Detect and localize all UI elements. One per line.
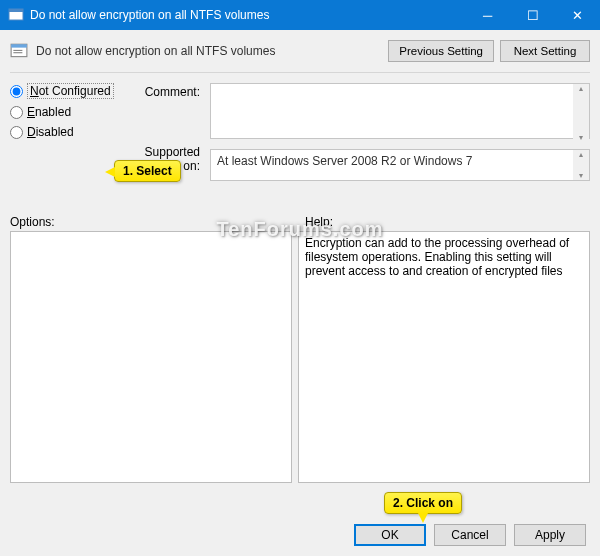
next-setting-button[interactable]: Next Setting — [500, 40, 590, 62]
window-title: Do not allow encryption on all NTFS volu… — [30, 8, 465, 22]
options-label: Options: — [10, 215, 295, 229]
gpedit-icon — [8, 7, 24, 23]
comment-label: Comment: — [130, 85, 200, 145]
help-label: Help: — [305, 215, 333, 229]
help-pane: Encryption can add to the processing ove… — [298, 231, 590, 483]
apply-button[interactable]: Apply — [514, 524, 586, 546]
scrollbar[interactable]: ▴▾ — [573, 84, 589, 142]
policy-icon — [10, 42, 28, 60]
previous-setting-button[interactable]: Previous Setting — [388, 40, 494, 62]
supported-on-text: At least Windows Server 2008 R2 or Windo… — [217, 154, 472, 168]
dialog-buttons: OK Cancel Apply — [354, 524, 586, 546]
maximize-button[interactable]: ☐ — [510, 0, 555, 30]
radio-not-configured[interactable]: Not Configured — [10, 83, 120, 99]
annotation-click: 2. Click on — [384, 492, 462, 514]
annotation-select: 1. Select — [114, 160, 181, 182]
svg-rect-3 — [11, 44, 27, 47]
cancel-button[interactable]: Cancel — [434, 524, 506, 546]
policy-title: Do not allow encryption on all NTFS volu… — [36, 44, 382, 58]
comment-textarea[interactable] — [210, 83, 590, 139]
state-radios: Not Configured Enabled Disabled — [10, 83, 120, 205]
titlebar: Do not allow encryption on all NTFS volu… — [0, 0, 600, 30]
close-button[interactable]: ✕ — [555, 0, 600, 30]
radio-disabled[interactable]: Disabled — [10, 125, 120, 139]
svg-rect-4 — [13, 50, 22, 51]
supported-on-box: At least Windows Server 2008 R2 or Windo… — [210, 149, 590, 181]
options-pane — [10, 231, 292, 483]
scrollbar[interactable]: ▴▾ — [573, 150, 589, 180]
svg-rect-1 — [9, 9, 23, 12]
ok-button[interactable]: OK — [354, 524, 426, 546]
radio-enabled[interactable]: Enabled — [10, 105, 120, 119]
svg-rect-5 — [13, 52, 22, 53]
minimize-button[interactable]: ─ — [465, 0, 510, 30]
divider — [10, 72, 590, 73]
help-text: Encryption can add to the processing ove… — [305, 236, 569, 278]
